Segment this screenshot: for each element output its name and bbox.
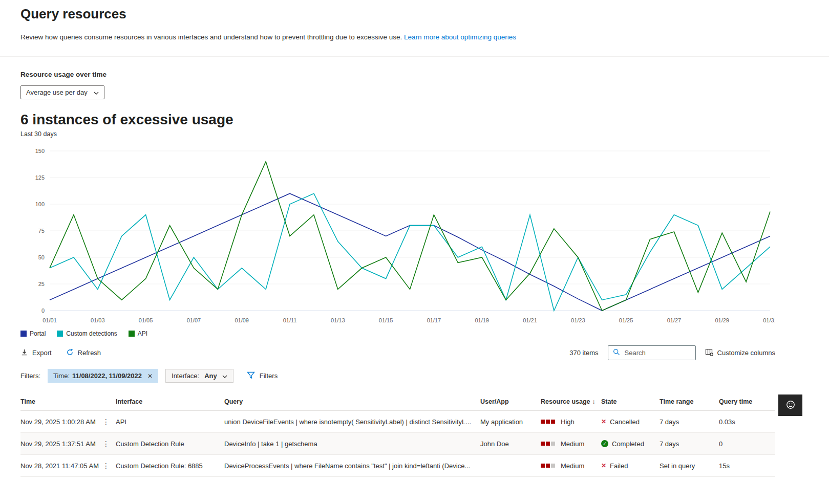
usage-square <box>551 442 555 446</box>
search-icon <box>613 348 620 358</box>
refresh-button[interactable]: Refresh <box>66 348 101 358</box>
items-count: 370 items <box>569 349 598 357</box>
filters-button[interactable]: Filters <box>247 371 278 381</box>
close-icon[interactable]: ✕ <box>147 372 153 380</box>
chevron-down-icon <box>94 89 99 96</box>
usage-chart: 025507510012515001/0101/0301/0501/0701/0… <box>20 143 775 327</box>
usage-square <box>546 442 550 446</box>
cell-user-app <box>480 459 541 472</box>
usage-square <box>551 420 555 424</box>
legend-label: Custom detections <box>66 330 117 337</box>
svg-text:01/27: 01/27 <box>667 317 682 323</box>
legend-item-portal: Portal <box>20 330 46 337</box>
row-more-button[interactable]: ⋮ <box>102 462 110 470</box>
range-dropdown[interactable]: Average use per day <box>20 85 104 99</box>
header-user-app[interactable]: User/App <box>480 393 541 410</box>
state-label: Failed <box>610 462 628 470</box>
time-chip-value: 11/08/2022, 11/09/2022 <box>72 372 142 380</box>
usage-square <box>541 442 545 446</box>
filters-row: Filters: Time: 11/08/2022, 11/09/2022 ✕ … <box>20 369 775 383</box>
resource-usage-meter <box>541 464 556 468</box>
svg-text:0: 0 <box>41 308 45 314</box>
usage-square <box>546 464 550 468</box>
export-label: Export <box>32 349 52 357</box>
header-more <box>102 397 116 407</box>
customize-columns-button[interactable]: Customize columns <box>705 348 775 358</box>
state-icon: ✓ <box>601 440 608 447</box>
svg-text:01/29: 01/29 <box>715 317 729 323</box>
toolbar-left: Export Refresh <box>20 348 101 358</box>
legend-item-custom-detections: Custom detections <box>57 330 117 337</box>
svg-text:01/01: 01/01 <box>42 317 57 323</box>
page-description-text: Review how queries consume resources in … <box>20 33 402 41</box>
cell-time-range: 7 days <box>660 411 719 432</box>
header-interface[interactable]: Interface <box>116 393 224 410</box>
header-resource-usage[interactable]: Resource usage↓ <box>541 393 601 410</box>
refresh-label: Refresh <box>78 349 101 357</box>
cell-time: Nov 29, 2025 1:00:28 AM <box>20 411 102 432</box>
cell-resource-usage: Medium <box>541 455 601 476</box>
svg-text:01/07: 01/07 <box>187 317 201 323</box>
sort-descending-icon: ↓ <box>592 398 596 405</box>
export-button[interactable]: Export <box>20 348 52 358</box>
row-more-button[interactable]: ⋮ <box>102 440 110 448</box>
cell-state: ✕ Cancelled <box>601 411 660 432</box>
table-toolbar: Export Refresh 370 items <box>20 345 775 360</box>
filter-funnel-icon <box>247 371 255 381</box>
usage-square <box>546 420 550 424</box>
query-table: Time Interface Query User/App Resource u… <box>20 393 775 477</box>
svg-text:01/19: 01/19 <box>475 317 489 323</box>
resource-usage-label: High <box>561 418 575 426</box>
header-query[interactable]: Query <box>224 393 480 410</box>
cell-resource-usage: High <box>541 411 601 432</box>
interface-chip-prefix: Interface: <box>172 372 199 380</box>
cell-query: DeviceProcessEvents | where FileName con… <box>224 455 480 476</box>
legend-swatch <box>57 331 63 337</box>
filters-button-label: Filters <box>260 372 278 380</box>
legend-item-api: API <box>129 330 147 337</box>
learn-more-link[interactable]: Learn more about optimizing queries <box>404 33 516 41</box>
export-icon <box>20 348 28 358</box>
svg-text:01/25: 01/25 <box>619 317 633 323</box>
svg-text:75: 75 <box>38 228 45 234</box>
header-query-time[interactable]: Query time <box>719 393 775 410</box>
resource-usage-label: Medium <box>561 462 584 470</box>
table-row[interactable]: Nov 29, 2025 1:00:28 AM ⋮ API union Devi… <box>20 411 775 433</box>
svg-text:150: 150 <box>35 148 45 154</box>
header-state[interactable]: State <box>601 393 660 410</box>
svg-text:01/03: 01/03 <box>91 317 105 323</box>
header-time-range[interactable]: Time range <box>660 393 719 410</box>
interface-filter-chip[interactable]: Interface: Any <box>165 369 233 383</box>
feedback-button[interactable] <box>778 395 802 416</box>
row-more-button[interactable]: ⋮ <box>102 418 110 426</box>
refresh-icon <box>66 348 74 358</box>
svg-text:100: 100 <box>35 201 45 207</box>
legend-swatch <box>129 331 135 337</box>
page-title: Query resources <box>20 6 775 22</box>
time-filter-chip[interactable]: Time: 11/08/2022, 11/09/2022 ✕ <box>48 369 158 383</box>
table-row[interactable]: Nov 29, 2025 1:37:51 AM ⋮ Custom Detecti… <box>20 433 775 455</box>
cell-user-app: John Doe <box>480 433 541 454</box>
svg-text:25: 25 <box>38 281 45 287</box>
search-box <box>608 345 696 360</box>
state-label: Completed <box>612 440 644 448</box>
resource-usage-label: Medium <box>561 440 584 448</box>
cell-user-app: My application <box>480 411 541 432</box>
time-chip-prefix: Time: <box>53 372 70 380</box>
cell-query: union DeviceFileEvents | where isnotempt… <box>224 411 480 432</box>
cell-query-time: 0.03s <box>719 411 775 432</box>
cell-query-time: 0 <box>719 433 775 454</box>
svg-text:01/21: 01/21 <box>523 317 537 323</box>
search-input[interactable] <box>624 348 688 357</box>
table-row[interactable]: Nov 28, 2021 11:47:05 AM ⋮ Custom Detect… <box>20 455 775 477</box>
legend-label: API <box>138 330 147 337</box>
cell-state: ✓ Completed <box>601 433 660 454</box>
svg-text:01/15: 01/15 <box>379 317 393 323</box>
cell-query: DeviceInfo | take 1 | getschema <box>224 433 480 454</box>
chart-legend: PortalCustom detectionsAPI <box>20 330 775 337</box>
usage-square <box>551 464 555 468</box>
legend-swatch <box>20 331 27 337</box>
svg-text:01/17: 01/17 <box>427 317 441 323</box>
filters-label: Filters: <box>20 372 40 380</box>
header-time[interactable]: Time <box>20 393 102 410</box>
